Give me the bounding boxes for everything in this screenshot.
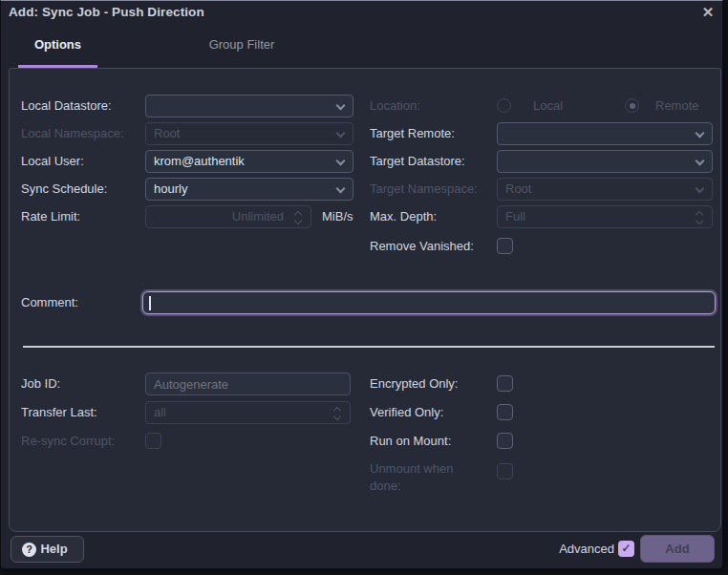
- add-button[interactable]: Add: [640, 535, 715, 563]
- spinner-icons: [293, 209, 303, 226]
- local-user-label: Local User:: [21, 150, 84, 173]
- chevron-down-icon: [696, 184, 705, 194]
- comment-label: Comment:: [21, 291, 78, 314]
- run-on-mount-label: Run on Mount:: [370, 430, 451, 453]
- advanced-checkbox[interactable]: ✓: [618, 541, 634, 557]
- form-panel: Local Datastore: Location: Local Remote …: [9, 68, 721, 532]
- target-remote-combo[interactable]: [497, 122, 713, 145]
- unmount-when-done-checkbox: [497, 463, 513, 479]
- rate-limit-unit: MiB/s: [322, 205, 353, 228]
- sync-schedule-label: Sync Schedule:: [21, 178, 107, 201]
- radio-dot-icon: [630, 103, 635, 109]
- local-namespace-label: Local Namespace:: [21, 122, 124, 145]
- spinner-icons: [695, 209, 704, 226]
- target-namespace-combo: Root: [497, 178, 713, 201]
- location-radio-remote: [625, 98, 639, 113]
- local-namespace-placeholder: Root: [154, 126, 180, 140]
- section-divider: [23, 346, 715, 348]
- dialog-titlebar: Add: Sync Job - Push Direction ✕: [1, 1, 722, 25]
- sync-schedule-combo[interactable]: hourly: [145, 178, 353, 201]
- tab-options[interactable]: Options: [18, 25, 97, 68]
- job-id-label: Job ID:: [21, 373, 60, 395]
- chevron-down-icon: [336, 129, 346, 138]
- spinner-down-icon: [696, 217, 703, 224]
- tab-strip: Options Group Filter: [1, 25, 722, 68]
- local-datastore-combo[interactable]: [145, 95, 353, 117]
- resync-corrupt-checkbox: [145, 433, 161, 449]
- location-local-label: Local: [533, 95, 563, 117]
- target-namespace-placeholder: Root: [505, 181, 531, 196]
- local-namespace-combo: Root: [145, 122, 353, 145]
- remove-vanished-label: Remove Vanished:: [370, 235, 474, 258]
- unmount-when-done-label: Unmount when done:: [370, 460, 475, 483]
- run-on-mount-checkbox[interactable]: [497, 433, 513, 449]
- job-id-input[interactable]: [145, 373, 351, 395]
- check-icon: ✓: [621, 542, 631, 555]
- resync-corrupt-label: Re-sync Corrupt:: [21, 430, 115, 453]
- max-depth-spinner: Full: [497, 205, 713, 228]
- chevron-down-icon: [696, 129, 705, 138]
- encrypted-only-checkbox[interactable]: [497, 375, 513, 392]
- rate-limit-spinner: Unlimited: [145, 205, 311, 228]
- max-depth-placeholder: Full: [505, 209, 525, 224]
- transfer-last-spinner: all: [145, 401, 351, 424]
- remove-vanished-checkbox[interactable]: [497, 238, 513, 254]
- sync-schedule-value: hourly: [154, 181, 187, 196]
- max-depth-label: Max. Depth:: [370, 205, 437, 228]
- rate-limit-label: Rate Limit:: [21, 205, 80, 228]
- chevron-down-icon: [696, 157, 705, 166]
- close-icon[interactable]: ✕: [698, 3, 717, 22]
- verified-only-checkbox[interactable]: [497, 404, 513, 420]
- encrypted-only-label: Encrypted Only:: [370, 373, 459, 395]
- comment-input[interactable]: [142, 291, 716, 314]
- local-datastore-label: Local Datastore:: [21, 95, 112, 117]
- text-cursor: [149, 296, 151, 310]
- chevron-down-icon: [336, 157, 346, 166]
- help-button[interactable]: ? Help: [11, 536, 84, 563]
- spinner-down-icon: [294, 217, 302, 224]
- spinner-down-icon: [333, 413, 341, 420]
- chevron-down-icon: [336, 101, 346, 111]
- dialog-window: Add: Sync Job - Push Direction ✕ Options…: [0, 0, 723, 569]
- location-label: Location:: [370, 95, 420, 117]
- verified-only-label: Verified Only:: [370, 401, 443, 424]
- rate-limit-placeholder: Unlimited: [232, 209, 284, 224]
- target-namespace-label: Target Namespace:: [370, 178, 478, 201]
- help-icon: ?: [22, 543, 36, 557]
- target-datastore-combo[interactable]: [497, 150, 713, 173]
- transfer-last-label: Transfer Last:: [21, 401, 97, 424]
- dialog-title: Add: Sync Job - Push Direction: [9, 5, 204, 19]
- tab-group-filter[interactable]: Group Filter: [188, 25, 295, 68]
- advanced-label: Advanced: [559, 542, 614, 556]
- chevron-down-icon: [336, 184, 346, 194]
- target-datastore-label: Target Datastore:: [370, 150, 465, 173]
- target-remote-label: Target Remote:: [370, 122, 455, 145]
- location-radio-local: [497, 98, 511, 113]
- local-user-value: krom@authentik: [154, 154, 245, 168]
- help-button-label: Help: [40, 542, 67, 556]
- location-remote-label: Remote: [655, 95, 699, 117]
- local-user-combo[interactable]: krom@authentik: [145, 150, 353, 173]
- spinner-icons: [332, 405, 342, 422]
- dialog-footer: ? Help Advanced ✓ Add: [1, 530, 722, 568]
- transfer-last-placeholder: all: [154, 405, 166, 419]
